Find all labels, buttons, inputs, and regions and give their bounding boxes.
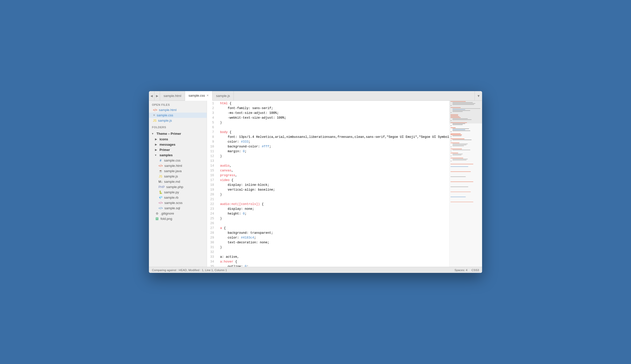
svg-rect-58 [451,202,473,202]
tab-nav-next[interactable]: ▶ [154,91,160,101]
open-file-js-label: sample.js [158,119,172,122]
py-icon: 🐍 [159,191,163,194]
file-sample-java[interactable]: ☕ sample.java [149,168,207,174]
svg-rect-56 [451,192,471,192]
folder-messages-arrow: ▶ [155,143,158,146]
status-spaces: Spaces: 4 [455,269,467,272]
svg-rect-45 [451,156,452,156]
code-content[interactable]: html { font-family: sans-serif; -ms-text… [218,101,449,267]
status-bar: Comparing against : HEAD, Modified : 1, … [149,267,482,273]
file-sample-py[interactable]: 🐍 sample.py [149,190,207,195]
editor-window: ◀ ▶ sample.html sample.css ✕ sample.js ▾… [149,91,482,273]
folder-samples[interactable]: ▾ samples [149,152,207,158]
folder-messages-label: messages [160,143,175,146]
sql-icon: </> [159,206,163,210]
file-sample-rb[interactable]: 💎 sample.rb [149,195,207,200]
file-sample-html-label: sample.html [164,164,182,168]
svg-rect-20 [453,124,463,125]
tab-css-label: sample.css [189,94,205,97]
status-syntax: CSS3 [471,269,479,272]
svg-rect-28 [451,135,462,135]
file-fold-png[interactable]: 🖼 fold.png [149,216,207,221]
svg-rect-38 [451,147,452,147]
close-tab-css[interactable]: ✕ [206,94,209,97]
svg-rect-49 [451,161,452,161]
folder-theme-primer-arrow: ▾ [152,132,155,135]
svg-rect-37 [453,146,464,146]
folder-icons-arrow: ▶ [155,138,158,141]
folder-samples-label: samples [160,153,173,157]
svg-rect-53 [451,176,466,177]
svg-rect-25 [453,131,470,131]
folder-primer-label: Primer [160,148,170,152]
close-open-css[interactable]: ✕ [153,114,155,117]
svg-rect-40 [453,150,470,150]
open-file-css[interactable]: ✕ sample.css [149,113,207,118]
svg-rect-30 [451,137,452,137]
folder-messages[interactable]: ▶ messages [149,142,207,147]
line-numbers: 1234567891011121314151617181920212223242… [207,101,218,267]
file-fold-png-label: fold.png [161,217,172,221]
folder-icons-label: icons [160,137,168,141]
open-file-html[interactable]: </> sample.html [149,107,207,113]
folder-theme-primer[interactable]: ▾ Theme – Primer [149,131,207,137]
svg-rect-50 [451,164,473,164]
svg-rect-27 [451,134,461,134]
php-icon: PHP [159,185,165,189]
file-sample-java-label: sample.java [164,169,181,173]
file-sample-php[interactable]: PHP sample.php [149,184,207,190]
file-sample-scss[interactable]: </> sample.scss [149,200,207,205]
file-sample-css[interactable]: # sample.css [149,158,207,163]
file-sample-js-label: sample.js [164,174,178,178]
file-sample-md[interactable]: M↓ sample.md [149,179,207,184]
file-sample-sql[interactable]: </> sample.sql [149,205,207,211]
file-sample-php-label: sample.php [166,185,183,189]
svg-rect-23 [453,128,469,129]
js-file-icon: JS [153,119,156,122]
file-sample-html[interactable]: </> sample.html [149,163,207,168]
html-file-icon: </> [153,108,157,112]
svg-rect-48 [453,160,466,160]
folders-title: FOLDERS [149,123,207,130]
tab-bar: ◀ ▶ sample.html sample.css ✕ sample.js ▾ [149,91,482,101]
file-sample-js[interactable]: JS sample.js [149,174,207,179]
svg-rect-22 [451,127,456,128]
svg-rect-36 [453,145,466,145]
js-icon: JS [159,175,163,178]
rb-icon: 💎 [159,196,163,199]
img-icon: 🖼 [155,217,159,221]
status-right: Spaces: 4 CSS3 [455,269,479,272]
folder-primer-arrow: ▶ [155,148,158,151]
file-gitignore[interactable]: ⚙ .gitignore [149,211,207,216]
md-icon: M↓ [159,180,163,184]
svg-rect-31 [451,139,464,139]
minimap-highlight [450,101,482,123]
svg-rect-43 [453,154,463,154]
file-sample-rb-label: sample.rb [164,196,178,199]
editor-area: 1234567891011121314151617181920212223242… [207,101,482,267]
tab-js-label: sample.js [216,94,230,98]
tab-html[interactable]: sample.html [160,91,185,101]
tab-dropdown[interactable]: ▾ [475,91,482,101]
svg-rect-44 [453,155,461,155]
svg-rect-46 [451,158,463,158]
folder-theme-primer-label: Theme – Primer [156,132,181,136]
tab-nav-prev[interactable]: ◀ [149,91,154,101]
svg-rect-55 [451,187,468,187]
svg-rect-34 [451,143,459,143]
open-file-css-label: sample.css [157,113,173,117]
svg-rect-47 [453,159,468,159]
folder-primer[interactable]: ▶ Primer [149,147,207,152]
tab-html-label: sample.html [164,94,181,98]
file-sample-sql-label: sample.sql [164,206,180,210]
folder-icons[interactable]: ▶ icons [149,137,207,142]
java-icon: ☕ [159,169,163,173]
sidebar: OPEN FILES </> sample.html ✕ sample.css … [149,101,207,267]
tab-js[interactable]: sample.js [213,91,234,101]
open-file-html-label: sample.html [159,108,176,112]
tab-css[interactable]: sample.css ✕ [185,91,213,101]
open-file-js[interactable]: JS sample.js [149,118,207,123]
file-sample-css-label: sample.css [164,159,180,162]
file-sample-md-label: sample.md [164,180,180,184]
file-gitignore-label: .gitignore [161,212,174,215]
